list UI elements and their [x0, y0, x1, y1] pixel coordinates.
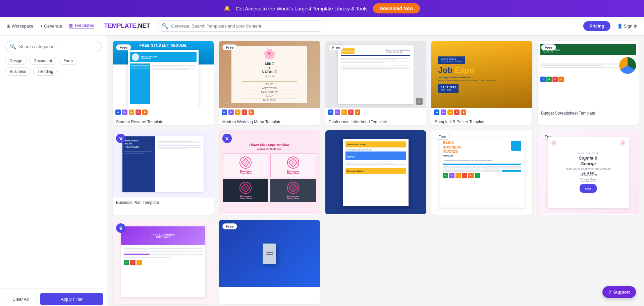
- workspace-nav[interactable]: ⊞ Workspace: [7, 24, 34, 29]
- ps-icon: Ps: [228, 110, 234, 115]
- template-preview-invoice: Free BASICBUSINESSINVOICE TEMPLATE This …: [431, 130, 532, 214]
- template-preview-travel-agenda: ♛ TRAVEL AGENDATEMPLATE: [113, 220, 214, 304]
- support-button[interactable]: ? Support: [602, 286, 636, 298]
- template-label-letterhead: Conference Letterhead Template: [325, 117, 426, 125]
- wedding-names: MIKE+NATALIE: [262, 62, 277, 74]
- expand-icon[interactable]: ⤢: [416, 98, 423, 105]
- template-preview-partial: Free Connect Solution: [219, 220, 320, 287]
- sidebar-search-icon: 🔍: [10, 43, 16, 50]
- pdf-icon: P: [454, 110, 460, 115]
- template-label-business-plan: Business Plan Template: [113, 198, 214, 208]
- template-card-hr-poster[interactable]: Free United States Department of Labor J…: [431, 41, 532, 125]
- category-document[interactable]: Document: [29, 57, 56, 65]
- sign-in-link[interactable]: 👤 Sign In: [617, 24, 637, 29]
- pdf-icon: P: [242, 110, 247, 115]
- template-card-business-plan[interactable]: ♛ BUSINESSPLANTEMPLATE: [113, 130, 214, 214]
- category-design[interactable]: Design: [5, 57, 26, 65]
- template-preview-flower-logo: ♛ Flower Shop Logo Template Available In…: [219, 130, 320, 214]
- sidebar-search-input[interactable]: [19, 44, 97, 49]
- free-badge: Free: [329, 44, 344, 50]
- template-card-wedding-invitation[interactable]: Free 🌸 🌸 SAVE THE DATE Sophia &George IN…: [538, 130, 639, 214]
- word-icon: W: [115, 110, 121, 115]
- logo-net: .NET: [136, 23, 150, 29]
- template-preview-letterhead: Free Rolling Forward Conference Letterhe…: [325, 41, 426, 108]
- format-icons: W Ps Ai P ▶: [431, 108, 532, 117]
- category-trending[interactable]: Trending: [33, 68, 58, 76]
- template-card-flower-logo[interactable]: ♛ Flower Shop Logo Template Available In…: [219, 130, 320, 214]
- template-preview-budget: Free BUDGET SPREADSHEET TEMPLATE: [538, 41, 639, 108]
- sidebar-search[interactable]: 🔍: [5, 41, 102, 52]
- generate-nav[interactable]: + Generate: [40, 24, 62, 29]
- header: ⊞ Workspace + Generate ▦ Templates TEMPL…: [0, 17, 644, 36]
- sign-in-label: Sign In: [624, 24, 637, 29]
- sidebar-actions: Clear All Apply Filter: [0, 289, 107, 306]
- template-card-partial-bottom[interactable]: Free Connect Solution: [219, 220, 320, 304]
- template-preview-hr-poster: Free United States Department of Labor J…: [431, 41, 532, 108]
- top-banner: 🔔 Get Access to the World's Largest Temp…: [0, 0, 644, 17]
- template-card-student-resume[interactable]: Free FREE STUDENT RESUME MICHEL DIYANO: [113, 41, 214, 125]
- free-badge: Free: [435, 134, 450, 140]
- ppt-icon: ▶: [142, 110, 148, 115]
- template-card-invoice[interactable]: Free BASICBUSINESSINVOICE TEMPLATE This …: [431, 130, 532, 214]
- support-label: Support: [613, 290, 630, 295]
- template-label-wedding-menu: Modern Wedding Menu Template: [219, 117, 320, 125]
- banner-download-button[interactable]: Download Now: [373, 3, 420, 13]
- word-icon: W: [434, 110, 439, 115]
- template-grid: Free FREE STUDENT RESUME MICHEL DIYANO: [107, 36, 644, 306]
- ai-icon: Ai: [341, 110, 347, 115]
- ppt-icon: ▶: [461, 110, 466, 115]
- template-label-budget: Budget Spreadsheet Template: [538, 108, 639, 118]
- ppt-icon: ▶: [355, 110, 360, 115]
- sidebar: 🔍 Design Document Form Business Trending…: [0, 36, 107, 306]
- templates-nav[interactable]: ▦ Templates: [69, 23, 94, 29]
- header-right-nav: Pricing 👤 Sign In: [583, 21, 637, 31]
- template-preview-student-resume: Free FREE STUDENT RESUME MICHEL DIYANO: [113, 41, 214, 108]
- format-icons: W Ps Ai P ▶: [219, 108, 320, 117]
- category-form[interactable]: Form: [59, 57, 77, 65]
- format-icons: W Ps Ai P ▶: [113, 108, 214, 117]
- free-badge: Free: [541, 44, 556, 50]
- search-input[interactable]: [171, 24, 319, 29]
- free-badge: Free: [222, 223, 237, 229]
- logo-template: TEMPLATE: [104, 23, 136, 29]
- workspace-icon: ⊞: [7, 24, 10, 29]
- crown-badge: ♛: [116, 223, 125, 233]
- wedding-date: 11.12.18: [264, 75, 275, 78]
- template-preview-wedding-menu: Free 🌸 MIKE+NATALIE 11.12.18 SOUPS APPET…: [219, 41, 320, 108]
- template-card-travel-agenda[interactable]: ♛ TRAVEL AGENDATEMPLATE: [113, 220, 214, 304]
- template-card-report[interactable]: [Test Project Name] TEST SUMMARY [REPORT…: [325, 130, 426, 214]
- category-tags: Design Document Form Business Trending: [5, 57, 102, 76]
- template-card-wedding-menu[interactable]: Free 🌸 MIKE+NATALIE 11.12.18 SOUPS APPET…: [219, 41, 320, 125]
- crown-badge: ♛: [222, 134, 232, 143]
- user-icon: 👤: [617, 24, 623, 29]
- template-preview-wedding-invitation: Free 🌸 🌸 SAVE THE DATE Sophia &George IN…: [538, 130, 639, 214]
- banner-text: Get Access to the World's Largest Templa…: [236, 6, 368, 11]
- pricing-button[interactable]: Pricing: [583, 21, 610, 31]
- wedding-flower-icon: 🌸: [263, 48, 276, 60]
- ai-icon: Ai: [235, 110, 240, 115]
- templates-label: Templates: [74, 23, 94, 28]
- ps-icon: Ps: [441, 110, 446, 115]
- generate-label: + Generate: [40, 24, 62, 29]
- category-business[interactable]: Business: [5, 68, 31, 76]
- search-bar[interactable]: 🔍: [157, 20, 324, 32]
- clear-all-button[interactable]: Clear All: [4, 293, 37, 305]
- template-preview-business-plan: ♛ BUSINESSPLANTEMPLATE: [113, 130, 214, 198]
- free-badge: Free: [116, 44, 131, 50]
- template-preview-report: [Test Project Name] TEST SUMMARY [REPORT…: [325, 130, 426, 214]
- template-label-student-resume: Student Resume Template: [113, 117, 214, 125]
- logo[interactable]: TEMPLATE.NET: [104, 23, 150, 30]
- ai-icon: Ai: [447, 110, 453, 115]
- templates-icon: ▦: [69, 23, 73, 28]
- ai-icon: Ai: [129, 110, 134, 115]
- free-badge: Free: [222, 44, 237, 50]
- pdf-icon: P: [136, 110, 141, 115]
- template-card-letterhead[interactable]: Free Rolling Forward Conference Letterhe…: [325, 41, 426, 125]
- ppt-icon: ▶: [249, 110, 254, 115]
- template-card-budget-spreadsheet[interactable]: Free BUDGET SPREADSHEET TEMPLATE: [538, 41, 639, 125]
- main-layout: 🔍 Design Document Form Business Trending…: [0, 36, 644, 306]
- apply-filter-button[interactable]: Apply Filter: [40, 293, 103, 305]
- banner-icon: 🔔: [224, 5, 230, 11]
- template-label-hr-poster: Sample HR Poster Template: [431, 117, 532, 125]
- support-icon: ?: [608, 290, 611, 295]
